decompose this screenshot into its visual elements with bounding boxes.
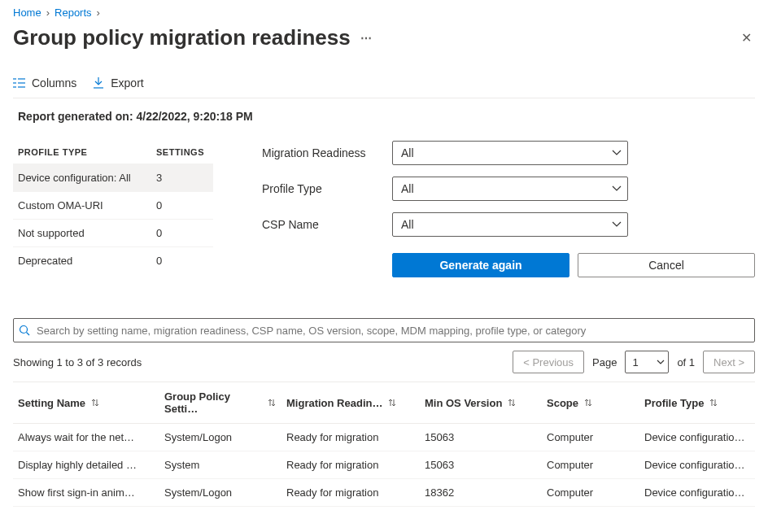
summary-table: PROFILE TYPE SETTINGS Device configurati…: [13, 141, 213, 277]
toolbar: Columns Export: [13, 70, 755, 98]
previous-page-button[interactable]: < Previous: [513, 351, 584, 373]
generate-again-button[interactable]: Generate again: [392, 253, 569, 277]
summary-row-not-supported[interactable]: Not supported 0: [13, 219, 213, 246]
search-input[interactable]: [13, 318, 755, 342]
page-title: Group policy migration readiness ⋯: [13, 25, 373, 50]
migration-readiness-select[interactable]: All: [392, 141, 628, 165]
profile-type-label: Profile Type: [262, 182, 392, 195]
sort-icon: [507, 398, 517, 408]
table-row[interactable]: Show first sign-in anim… System/Logon Re…: [13, 479, 755, 507]
results-table: Setting Name Group Policy Setti… Migrati…: [13, 382, 755, 507]
sort-icon: [709, 398, 718, 408]
page-label: Page: [592, 356, 617, 368]
svg-line-9: [27, 333, 30, 336]
breadcrumb-home[interactable]: Home: [13, 7, 41, 19]
csp-name-label: CSP Name: [262, 218, 392, 231]
profile-type-select[interactable]: All: [392, 177, 628, 201]
summary-row-deprecated[interactable]: Deprecated 0: [13, 246, 213, 274]
column-header-group-policy[interactable]: Group Policy Setti…: [159, 382, 281, 423]
columns-button[interactable]: Columns: [13, 76, 76, 89]
column-header-scope[interactable]: Scope: [542, 382, 639, 423]
chevron-right-icon: ›: [97, 7, 100, 19]
column-header-migration-readiness[interactable]: Migration Readin…: [281, 382, 420, 423]
csp-name-select[interactable]: All: [392, 212, 628, 237]
sort-icon: [267, 398, 277, 408]
sort-icon: [90, 398, 100, 408]
summary-row-device-configuration[interactable]: Device configuration: All 3: [13, 164, 213, 191]
breadcrumb-reports[interactable]: Reports: [55, 7, 92, 19]
page-of-label: of 1: [677, 356, 695, 368]
column-header-profile-type[interactable]: Profile Type: [639, 382, 755, 423]
page-select[interactable]: 1: [625, 351, 669, 373]
column-header-min-os[interactable]: Min OS Version: [420, 382, 542, 423]
chevron-right-icon: ›: [46, 7, 50, 19]
report-generated-timestamp: Report generated on: 4/22/2022, 9:20:18 …: [13, 110, 755, 123]
summary-header-profile-type: PROFILE TYPE: [18, 147, 156, 157]
records-count-label: Showing 1 to 3 of 3 records: [13, 356, 142, 368]
svg-point-8: [20, 326, 28, 334]
columns-icon: [13, 77, 25, 89]
chevron-down-icon: [657, 360, 665, 365]
download-icon: [93, 77, 104, 89]
migration-readiness-label: Migration Readiness: [262, 146, 392, 159]
sort-icon: [387, 398, 397, 408]
search-icon: [19, 325, 30, 336]
next-page-button[interactable]: Next >: [703, 351, 755, 373]
filters-panel: Migration Readiness All Profile Type All: [262, 141, 755, 277]
cancel-button[interactable]: Cancel: [578, 253, 755, 277]
close-button[interactable]: ✕: [738, 27, 755, 49]
close-icon: ✕: [741, 31, 752, 45]
more-actions-icon[interactable]: ⋯: [360, 32, 373, 45]
breadcrumb: Home › Reports ›: [13, 7, 755, 19]
table-row[interactable]: Always wait for the net… System/Logon Re…: [13, 424, 755, 451]
sort-icon: [583, 398, 593, 408]
table-row[interactable]: Display highly detailed … System Ready f…: [13, 451, 755, 479]
summary-header-settings: SETTINGS: [156, 147, 204, 157]
export-button[interactable]: Export: [93, 76, 143, 89]
column-header-setting-name[interactable]: Setting Name: [13, 382, 159, 423]
summary-row-custom-oma-uri[interactable]: Custom OMA-URI 0: [13, 191, 213, 219]
